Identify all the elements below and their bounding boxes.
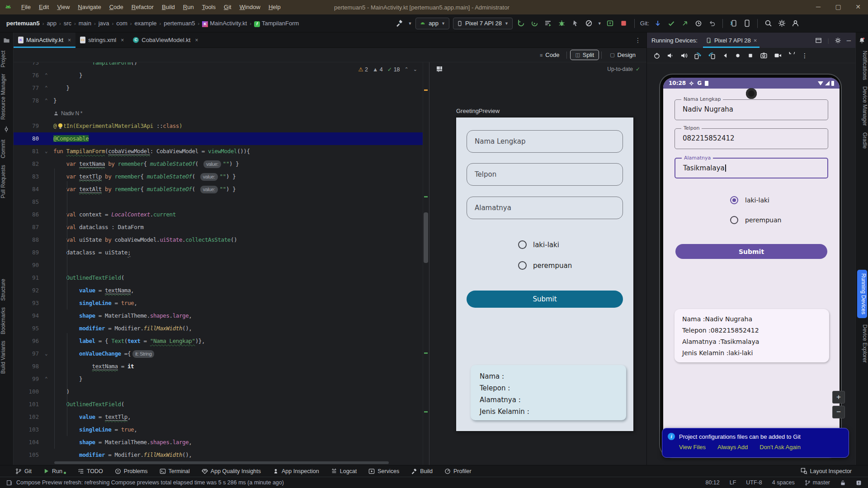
breadcrumb-item-src[interactable]: src	[64, 20, 71, 27]
toolwindow-app-inspection[interactable]: App Inspection	[273, 468, 319, 474]
code-line-81[interactable]: 81⌄fun TampilanForm(cobaViewModel: CobaV…	[14, 145, 423, 158]
menu-refactor[interactable]: Refactor	[127, 0, 158, 14]
preview-canvas[interactable]: Nama Lengkap Telpon Alamatnya laki-laki …	[456, 117, 633, 431]
stripe-item-commit[interactable]: Commit	[0, 140, 13, 158]
android-back-icon[interactable]	[722, 52, 728, 59]
code-line-89[interactable]: 89 dataclass = uiState;	[14, 246, 423, 259]
code-line-84[interactable]: 84 var textAlt by remember{ mutableState…	[14, 183, 423, 196]
rotate-left-icon[interactable]	[694, 52, 702, 59]
profile-low-overhead-icon[interactable]	[605, 19, 615, 28]
code-line-96[interactable]: 96 label = { Text(text = "Nama Lengkap")…	[14, 335, 423, 347]
inspections-widget[interactable]: ⚠ 2 ▲ 4 ✓ 18 ⌃ ⌄	[358, 66, 417, 73]
view-mode-design[interactable]: ▢Design	[605, 50, 640, 60]
view-mode-split[interactable]: ◫Split	[571, 50, 599, 60]
breadcrumb-item-pertemuan5[interactable]: pertemuan5	[164, 20, 195, 27]
fold-marker[interactable]: ⌃	[39, 373, 53, 385]
code-line-87[interactable]: 87 val dataclass : DataForm	[14, 221, 423, 234]
device-options-kebab-icon[interactable]: ⋮	[802, 52, 808, 59]
code-line-100[interactable]: 100 )	[14, 385, 423, 398]
screen-record-icon[interactable]	[774, 52, 782, 59]
device-tab-pixel7[interactable]: Pixel 7 API 28 ×	[701, 33, 762, 48]
preview-field-nama[interactable]: Nama Lengkap	[467, 130, 623, 153]
editor-horizontal-scrollbar[interactable]	[54, 461, 389, 464]
code-line-85[interactable]: 85	[14, 196, 423, 208]
code-line-95[interactable]: 95 modifier = Modifier.fillMaxWidth(),	[14, 322, 423, 335]
code-line-79[interactable]: 79@OptIn(ExperimentalMaterial3Api ::clas…	[14, 120, 423, 132]
code-line-86[interactable]: 86 val context = LocalContext.current	[14, 208, 423, 221]
code-line-77[interactable]: 77⌃ }	[14, 82, 423, 94]
code-line-101[interactable]: 101 OutlinedTextField(	[14, 398, 423, 411]
menu-edit[interactable]: Edit	[35, 0, 53, 14]
zoom-out-button[interactable]: −	[832, 406, 845, 418]
profiler-dropdown-caret[interactable]: ▼	[598, 21, 602, 26]
menu-git[interactable]: Git	[220, 0, 236, 14]
toolwindow-app-quality-insights[interactable]: App Quality Insights	[202, 468, 261, 474]
code-editor[interactable]: 75 TampilanForm()76⌃ }77⌃ }78⌃}Nadiv N *…	[14, 62, 429, 465]
apply-changes-button[interactable]	[530, 19, 540, 28]
intention-bulb-icon[interactable]	[57, 122, 64, 130]
git-rollback-button[interactable]	[707, 19, 717, 28]
menu-code[interactable]: Code	[105, 0, 127, 14]
stripe-item-notifications[interactable]: Notifications	[856, 51, 868, 80]
author-inlay[interactable]: Nadiv N *	[14, 107, 82, 120]
emulator-screen[interactable]: 10:28 G Nama Lengkap Nadiv Nugraha	[663, 78, 840, 454]
menu-run[interactable]: Run	[179, 0, 198, 14]
stripe-item-device-explorer[interactable]: Device Explorer	[856, 324, 868, 363]
file-encoding[interactable]: UTF-8	[746, 479, 762, 486]
maximize-window-button[interactable]: ▢	[828, 0, 848, 14]
git-update-button[interactable]	[653, 19, 663, 28]
menu-tools[interactable]: Tools	[198, 0, 220, 14]
zoom-in-button[interactable]: +	[832, 391, 845, 404]
stripe-item-build-variants[interactable]: Build Variants	[0, 341, 13, 374]
code-line-93[interactable]: 93 singleLine = true,	[14, 297, 423, 310]
toolwindow-run[interactable]: Run	[43, 468, 66, 474]
stripe-item-pull-requests[interactable]: Pull Requests	[0, 165, 13, 198]
hide-panel-icon[interactable]: ─	[847, 37, 851, 44]
fold-marker[interactable]: ⌄	[39, 347, 53, 360]
toolwindow-build[interactable]: Build	[411, 468, 433, 474]
run-configuration-select[interactable]: app▼	[415, 18, 449, 29]
stripe-item-resource-manager[interactable]: Resource Manager	[0, 74, 13, 120]
debug-button[interactable]	[557, 19, 567, 28]
lock-icon[interactable]	[840, 480, 846, 486]
toolwindow-profiler[interactable]: Profiler	[444, 468, 472, 474]
notification-action-view-files[interactable]: View Files	[679, 444, 706, 450]
toolwindow-terminal[interactable]: Terminal	[160, 468, 190, 474]
build-hammer-icon[interactable]	[394, 19, 404, 28]
breadcrumb-item-com[interactable]: com	[116, 20, 127, 27]
indent-setting[interactable]: 4 spaces	[772, 479, 795, 486]
search-everywhere-icon[interactable]	[763, 19, 773, 28]
rerun-button[interactable]	[516, 19, 526, 28]
breadcrumb-item-example[interactable]: example	[134, 20, 156, 27]
toolwindow-logcat[interactable]: Logcat	[331, 468, 357, 474]
code-line-83[interactable]: 83 var textTlp by remember{ mutableState…	[14, 170, 423, 183]
phone-submit-button[interactable]: Submit	[675, 244, 827, 259]
tab-strings.xml[interactable]: <>strings.xml×	[75, 33, 128, 48]
device-mirroring-icon[interactable]	[728, 19, 738, 28]
profiler-button[interactable]	[584, 19, 594, 28]
git-push-button[interactable]	[680, 19, 690, 28]
commit-icon[interactable]	[3, 126, 10, 133]
code-line-102[interactable]: 102 value = textTlp,	[14, 411, 423, 423]
code-line-94[interactable]: 94 shape = MaterialTheme.shapes.large,	[14, 310, 423, 322]
code-line-92[interactable]: 92 value = textNama,	[14, 284, 423, 297]
git-branch-widget[interactable]: master	[805, 479, 830, 486]
close-window-button[interactable]: ✕	[848, 0, 868, 14]
android-home-icon[interactable]	[735, 52, 741, 59]
toolwindow-problems[interactable]: Problems	[115, 468, 148, 474]
snapshot-reset-icon[interactable]	[788, 52, 795, 59]
menu-file[interactable]: File	[17, 0, 35, 14]
code-line-78[interactable]: 78⌃}	[14, 94, 423, 107]
fold-marker[interactable]: ⌃	[39, 69, 53, 82]
profile-avatar-icon[interactable]	[790, 19, 800, 28]
code-line-97[interactable]: 97⌄ onValueChange ={it: String	[14, 347, 423, 360]
close-tab-icon[interactable]: ×	[68, 37, 71, 43]
code-line-104[interactable]: 104 shape = MaterialTheme.shapes.large,	[14, 436, 423, 449]
settings-gear-icon[interactable]	[777, 19, 787, 28]
phone-radio-laki[interactable]: laki-laki	[730, 196, 769, 204]
toolwindow-services[interactable]: Services	[368, 468, 399, 474]
preview-submit-button[interactable]: Submit	[467, 291, 623, 308]
notification-action-always-add[interactable]: Always Add	[717, 444, 748, 450]
tab-options-kebab-icon[interactable]: ⋮	[635, 37, 646, 44]
preview-layout-icon[interactable]	[436, 66, 443, 73]
